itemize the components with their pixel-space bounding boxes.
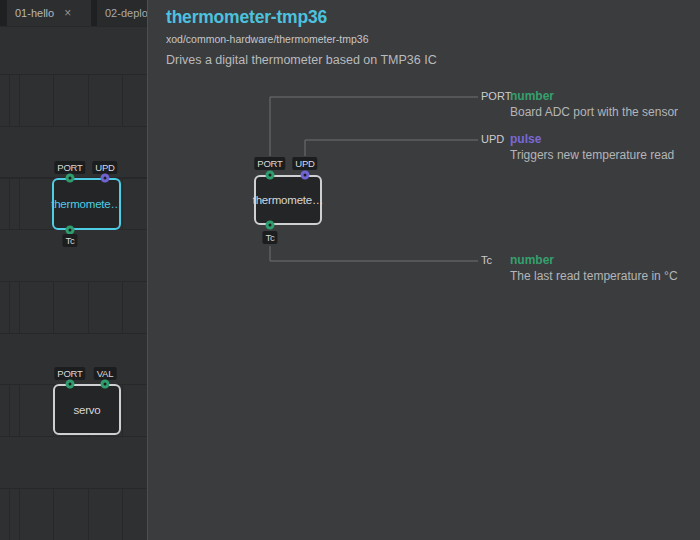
pin-label-port: PORT xyxy=(54,367,85,380)
tab-label: 02-deplo xyxy=(105,7,148,19)
tab-01-hello[interactable]: 01-hello × xyxy=(7,0,91,26)
close-icon[interactable]: × xyxy=(64,7,71,19)
pin-label-tc: Tc xyxy=(262,231,277,244)
pin-label-port: PORT xyxy=(254,157,285,170)
tab-label: 01-hello xyxy=(15,7,54,19)
thermometer-node-preview: thermomete… xyxy=(254,175,322,225)
pin-val-input[interactable] xyxy=(101,380,110,389)
pin-type: number xyxy=(510,89,554,103)
pin-label-val: VAL xyxy=(94,367,117,380)
patch-path: xod/common-hardware/thermometer-tmp36 xyxy=(166,33,369,45)
pin-name: PORT xyxy=(481,90,511,102)
pin-name: UPD xyxy=(481,133,504,145)
pin-upd-input[interactable] xyxy=(101,174,110,183)
patch-description: Drives a digital thermometer based on TM… xyxy=(166,53,437,67)
pin-type: number xyxy=(510,253,554,267)
tab-bar: 01-hello × 02-deplo xyxy=(0,0,147,26)
pin-description: The last read temperature in °C xyxy=(510,269,678,283)
pin-description: Triggers new temperature read xyxy=(510,148,674,162)
tab-02-deploy[interactable]: 02-deplo xyxy=(97,0,148,26)
xod-ide-window: 01-hello × 02-deplo PORT UPD thermomete…… xyxy=(0,0,700,540)
pin-port-input xyxy=(266,171,275,180)
thermometer-node[interactable]: thermomete… xyxy=(52,178,121,230)
pin-type: pulse xyxy=(510,132,541,146)
patch-editor: 01-hello × 02-deplo PORT UPD thermomete…… xyxy=(0,0,148,540)
wire-port xyxy=(270,97,478,156)
pin-label-tc: Tc xyxy=(62,234,77,247)
quickhelp-panel: thermometer-tmp36 xod/common-hardware/th… xyxy=(148,0,700,540)
pin-label-upd: UPD xyxy=(292,157,317,170)
servo-node[interactable]: servo xyxy=(53,384,121,435)
pin-port-input[interactable] xyxy=(66,380,75,389)
pin-upd-input xyxy=(301,171,310,180)
pin-label-upd: UPD xyxy=(92,161,117,174)
page-title: thermometer-tmp36 xyxy=(166,7,327,28)
pin-tc-output xyxy=(266,221,275,230)
pin-name: Tc xyxy=(481,254,492,266)
node-label: thermomete… xyxy=(51,198,122,210)
node-label: servo xyxy=(73,404,100,416)
pin-label-port: PORT xyxy=(54,161,85,174)
pin-description: Board ADC port with the sensor xyxy=(510,105,678,119)
wire-tc xyxy=(270,246,478,261)
patch-canvas[interactable] xyxy=(0,26,147,540)
wire-upd xyxy=(305,140,478,156)
node-label: thermomete… xyxy=(253,194,324,206)
pin-port-input[interactable] xyxy=(66,174,75,183)
